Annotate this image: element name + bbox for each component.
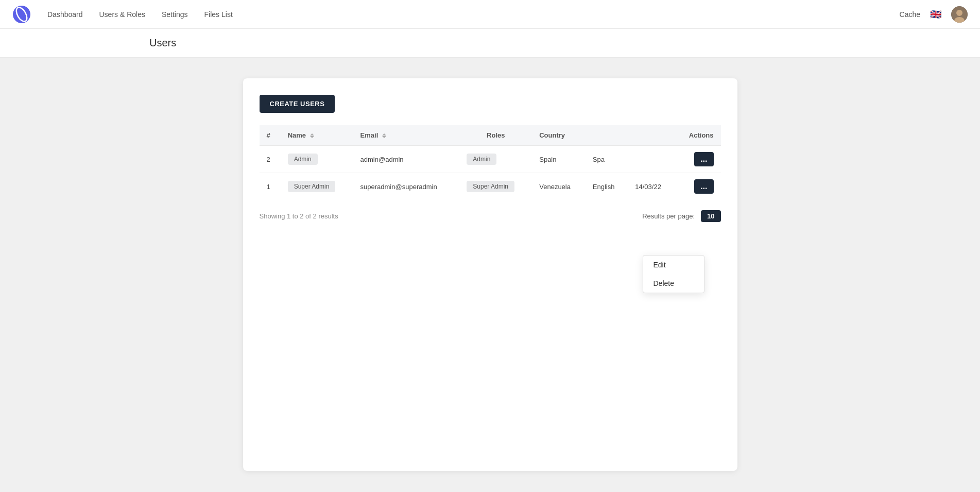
table-header-row: # Name Email [260,125,721,146]
col-header-language [586,125,628,146]
col-header-actions: Actions [675,125,720,146]
nav-users-roles[interactable]: Users & Roles [99,10,145,19]
cell-role-2: Super Admin [459,173,532,200]
dropdown-delete[interactable]: Delete [643,274,704,293]
role-badge-1: Admin [467,154,496,165]
page-header: Users [0,29,980,58]
avatar[interactable] [951,6,968,23]
navbar-right: Cache 🇬🇧 [900,6,968,23]
cell-role-1: Admin [459,146,532,173]
actions-dropdown: Edit Delete [643,255,704,293]
cell-name-1: Admin [281,146,353,173]
nav-settings[interactable]: Settings [162,10,188,19]
cell-language-1: Spa [586,146,628,173]
actions-button-1[interactable]: ... [694,152,713,166]
cell-date-2: 14/03/22 [628,173,675,200]
language-flag[interactable]: 🇬🇧 [929,9,943,20]
col-header-country: Country [532,125,586,146]
nav-links: Dashboard Users & Roles Settings Files L… [47,10,900,19]
table-footer: Showing 1 to 2 of 2 results Results per … [260,210,721,222]
page-title: Users [149,37,968,49]
create-users-button[interactable]: CREATE USERS [260,95,335,113]
col-header-id: # [260,125,281,146]
cell-actions-2: ... [675,173,720,200]
results-per-page-label: Results per page: [642,212,695,220]
col-header-roles: Roles [459,125,532,146]
cell-email-1: admin@admin [353,146,460,173]
name-badge-1: Admin [288,154,318,165]
col-header-email[interactable]: Email [353,125,460,146]
cell-date-1 [628,146,675,173]
nav-files-list[interactable]: Files List [204,10,233,19]
cache-button[interactable]: Cache [900,10,920,19]
name-badge-2: Super Admin [288,181,336,192]
per-page-value[interactable]: 10 [701,210,720,222]
table-row: 2 Admin admin@admin Admin Spain Spa ... [260,146,721,173]
col-header-name[interactable]: Name [281,125,353,146]
app-logo[interactable] [12,5,31,24]
cell-id-1: 2 [260,146,281,173]
email-sort-icon [382,133,386,138]
nav-dashboard[interactable]: Dashboard [47,10,83,19]
table-row: 1 Super Admin superadmin@superadmin Supe… [260,173,721,200]
role-badge-2: Super Admin [467,181,514,192]
cell-actions-1: ... [675,146,720,173]
users-table: # Name Email [260,125,721,200]
cell-language-2: English [586,173,628,200]
main-card: CREATE USERS # Name [243,78,737,471]
content-area: CREATE USERS # Name [0,58,980,491]
results-per-page: Results per page: 10 [642,210,720,222]
dropdown-edit[interactable]: Edit [643,256,704,274]
cell-email-2: superadmin@superadmin [353,173,460,200]
cell-id-2: 1 [260,173,281,200]
cell-name-2: Super Admin [281,173,353,200]
actions-button-2[interactable]: ... [694,179,713,194]
cell-country-2: Venezuela [532,173,586,200]
svg-point-3 [956,10,962,16]
col-header-date [628,125,675,146]
cell-country-1: Spain [532,146,586,173]
name-sort-icon [310,133,314,138]
showing-text: Showing 1 to 2 of 2 results [260,212,338,220]
users-table-wrapper: # Name Email [260,125,721,200]
navbar: Dashboard Users & Roles Settings Files L… [0,0,980,29]
